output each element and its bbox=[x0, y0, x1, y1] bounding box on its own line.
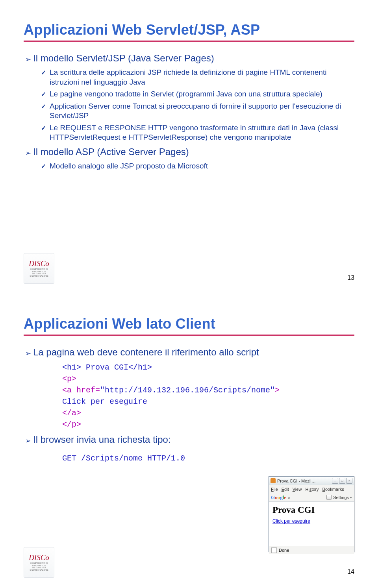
code-line: <a href="http://149.132.196.196/Scripts/… bbox=[62, 385, 354, 396]
code-line: </p> bbox=[62, 419, 354, 430]
browser-title: Prova CGI - Mozil… bbox=[277, 479, 331, 483]
code-line: <p> bbox=[62, 373, 354, 385]
settings-button[interactable]: Settings▾ bbox=[326, 495, 352, 500]
bullet-lvl1: Il modello Servlet/JSP (Java Server Page… bbox=[25, 53, 354, 65]
page-number: 14 bbox=[347, 568, 354, 575]
logo: DISCo DIPARTIMENTO DIINFORMATICASISTEMIS… bbox=[24, 547, 54, 577]
bullet-lvl2: Le pagine vengono tradotte in Servlet (p… bbox=[41, 89, 354, 99]
check-icon bbox=[41, 89, 50, 99]
bullet-text: Application Server come Tomcat si preocc… bbox=[50, 102, 354, 121]
firefox-icon bbox=[271, 478, 276, 483]
google-logo: Google bbox=[271, 494, 286, 501]
wrench-icon bbox=[326, 495, 332, 500]
bullet-lvl2: Application Server come Tomcat si preocc… bbox=[41, 102, 354, 121]
check-icon bbox=[41, 102, 50, 111]
minimize-button[interactable]: – bbox=[332, 478, 338, 484]
menu-file[interactable]: File bbox=[271, 487, 278, 492]
page-number: 13 bbox=[347, 274, 354, 281]
close-button[interactable]: × bbox=[346, 478, 352, 484]
arrow-icon bbox=[25, 347, 33, 359]
code-block: GET /Scripts/nome HTTP/1.0 bbox=[62, 453, 354, 464]
code-line: <h1> Prova CGI</h1> bbox=[62, 362, 354, 373]
bullet-text: Le REQUEST e RESPONSE HTTP vengono trasf… bbox=[50, 123, 354, 142]
arrow-icon bbox=[25, 434, 33, 446]
slide-title: Applicazioni Web Servlet/JSP, ASP bbox=[24, 22, 354, 38]
bullet-text: Le pagine vengono tradotte in Servlet (p… bbox=[50, 89, 354, 99]
code-line: GET /Scripts/nome HTTP/1.0 bbox=[62, 453, 354, 464]
bullet-list: La pagina web deve contenere il riferime… bbox=[25, 347, 354, 359]
bullet-text: Il modello ASP (Active Server Pages) bbox=[33, 146, 354, 157]
logo-dept: DIPARTIMENTO DIINFORMATICASISTEMISTICAE … bbox=[30, 268, 48, 277]
bullet-text: La scrittura delle applicazioni JSP rich… bbox=[50, 68, 354, 87]
chevron-icon[interactable]: » bbox=[288, 495, 290, 500]
bullet-text: La pagina web deve contenere il riferime… bbox=[33, 347, 354, 358]
bullet-lvl2: Le REQUEST e RESPONSE HTTP vengono trasf… bbox=[41, 123, 354, 142]
browser-menubar: File Edit View History Bookmarks bbox=[269, 485, 354, 493]
code-seg: > bbox=[275, 386, 280, 395]
code-line: Click per eseguire bbox=[62, 396, 354, 407]
page-heading: Prova CGI bbox=[272, 505, 350, 515]
check-icon bbox=[41, 161, 50, 171]
title-underline bbox=[24, 335, 354, 336]
logo: DISCo DIPARTIMENTO DIINFORMATICASISTEMIS… bbox=[24, 253, 54, 283]
menu-edit[interactable]: Edit bbox=[282, 487, 289, 492]
bullet-text: Il modello Servlet/JSP (Java Server Page… bbox=[33, 53, 354, 64]
slide-13: Applicazioni Web Servlet/JSP, ASP Il mod… bbox=[0, 0, 378, 294]
bullet-text: Il browser invia una richesta tipo: bbox=[33, 434, 354, 445]
logo-brand: DISCo bbox=[29, 260, 49, 267]
arrow-icon bbox=[25, 53, 33, 65]
maximize-button[interactable]: □ bbox=[339, 478, 345, 484]
bullet-lvl1: La pagina web deve contenere il riferime… bbox=[25, 347, 354, 359]
menu-bookmarks[interactable]: Bookmarks bbox=[322, 487, 344, 492]
code-seg: "http://149.132.196.196/Scripts/nome" bbox=[100, 386, 275, 395]
browser-window: Prova CGI - Mozil… – □ × File Edit View … bbox=[269, 476, 354, 552]
bullet-list: Il modello Servlet/JSP (Java Server Page… bbox=[25, 53, 354, 171]
browser-content: Prova CGI Click per eseguire bbox=[269, 502, 354, 546]
status-text: Done bbox=[279, 548, 289, 553]
bullet-lvl1: Il modello ASP (Active Server Pages) bbox=[25, 146, 354, 158]
bullet-lvl2: La scrittura delle applicazioni JSP rich… bbox=[41, 68, 354, 87]
logo-image: DISCo DIPARTIMENTO DIINFORMATICASISTEMIS… bbox=[24, 253, 54, 284]
page-link[interactable]: Click per eseguire bbox=[272, 518, 310, 524]
bullet-lvl1: Il browser invia una richesta tipo: bbox=[25, 434, 354, 446]
code-seg: <a href= bbox=[62, 386, 100, 395]
bullet-list: Il browser invia una richesta tipo: bbox=[25, 434, 354, 446]
code-block: <h1> Prova CGI</h1> <p> <a href="http://… bbox=[62, 362, 354, 430]
title-underline bbox=[24, 41, 354, 42]
settings-label: Settings bbox=[333, 495, 349, 500]
browser-titlebar: Prova CGI - Mozil… – □ × bbox=[269, 477, 354, 485]
arrow-icon bbox=[25, 146, 33, 158]
check-icon bbox=[41, 123, 50, 133]
slide-title: Applicazioni Web lato Client bbox=[24, 316, 354, 332]
document-icon bbox=[271, 547, 277, 553]
menu-history[interactable]: History bbox=[305, 487, 319, 492]
menu-view[interactable]: View bbox=[293, 487, 302, 492]
browser-statusbar: Done bbox=[269, 546, 354, 554]
logo-brand: DISCo bbox=[29, 554, 49, 561]
logo-image: DISCo DIPARTIMENTO DIINFORMATICASISTEMIS… bbox=[24, 547, 54, 578]
code-line: </a> bbox=[62, 407, 354, 419]
check-icon bbox=[41, 68, 50, 78]
logo-dept: DIPARTIMENTO DIINFORMATICASISTEMISTICAE … bbox=[30, 562, 48, 571]
chevron-down-icon: ▾ bbox=[350, 496, 352, 499]
bullet-text: Modello analogo alle JSP proposto da Mic… bbox=[50, 161, 354, 171]
bullet-lvl2: Modello analogo alle JSP proposto da Mic… bbox=[41, 161, 354, 171]
browser-toolbar: Google » Settings▾ bbox=[269, 493, 354, 502]
slide-14: Applicazioni Web lato Client La pagina w… bbox=[0, 294, 378, 588]
